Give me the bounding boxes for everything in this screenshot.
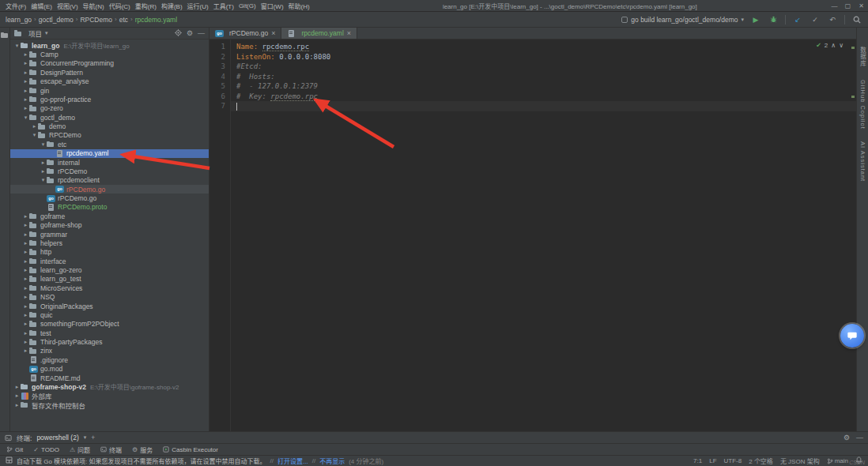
terminal-session-tab[interactable]: powershell (2) (36, 434, 78, 442)
editor-tab[interactable]: rPCDemo.go× (209, 28, 281, 39)
tree-collapsed-icon[interactable]: ▸ (31, 123, 38, 130)
menu-item[interactable]: 编辑(E) (28, 2, 55, 10)
tree-row[interactable]: ▾learn_goE:\开发中项目\learn_go (10, 41, 209, 50)
tool-stripe-label[interactable]: GitHub Copilot (859, 80, 866, 130)
tree-row[interactable]: ▾goctl_demo (10, 113, 209, 122)
tree-row[interactable]: ▸helpers (10, 239, 209, 247)
tree-collapsed-icon[interactable]: ▸ (22, 222, 29, 228)
tree-row[interactable]: ▸quic (10, 310, 209, 319)
menu-item[interactable]: 构建(B) (159, 2, 185, 10)
next-problem-icon[interactable]: ∨ (839, 42, 843, 49)
breadcrumb-item[interactable]: learn_go (6, 16, 32, 24)
chevron-down-icon[interactable]: ▾ (84, 434, 87, 441)
tree-collapsed-icon[interactable]: ▸ (22, 60, 29, 66)
tree-collapsed-icon[interactable]: ▸ (22, 321, 29, 327)
toolwindow-button[interactable]: ⚙服务 (132, 445, 153, 454)
close-icon[interactable]: × (347, 29, 351, 37)
tree-row[interactable]: ▸goframe-shop-v2E:\开发中项目\goframe-shop-v2 (10, 382, 209, 391)
tree-row[interactable]: ▸DesignPattern (10, 68, 209, 77)
tree-row[interactable]: rPCDemo.go (10, 194, 209, 202)
toolwindow-button[interactable]: ⚠问题 (70, 445, 90, 454)
tree-row[interactable]: ▸learn_go_test (10, 275, 209, 284)
git-branch-widget[interactable]: main (827, 457, 848, 464)
caret-position[interactable]: 7:1 (693, 457, 702, 464)
minimize-button[interactable]: — (828, 2, 841, 9)
menu-item[interactable]: 导航(N) (81, 2, 107, 10)
menu-item[interactable]: Git(G) (236, 2, 259, 9)
editor-tab[interactable]: rpcdemo.yaml× (281, 28, 357, 39)
indent-style[interactable]: 2 个空格 (749, 457, 773, 465)
menu-item[interactable]: 帮助(H) (286, 2, 312, 10)
open-settings-link[interactable]: 打开设置... (277, 457, 308, 465)
prev-problem-icon[interactable]: ∧ (831, 42, 836, 49)
breadcrumb-item[interactable]: etc (119, 16, 128, 24)
dismiss-link[interactable]: 不再显示 (319, 457, 345, 465)
tree-collapsed-icon[interactable]: ▸ (22, 258, 29, 265)
tree-collapsed-icon[interactable]: ▸ (22, 303, 29, 310)
breadcrumb-item[interactable]: goctl_demo (39, 16, 74, 24)
menu-item[interactable]: 文件(F) (3, 2, 28, 10)
error-stripe-mark[interactable] (851, 96, 855, 98)
terminal-settings-icon[interactable]: ⚙ (843, 434, 850, 442)
tree-collapsed-icon[interactable]: ▸ (22, 294, 29, 300)
debug-button[interactable] (768, 14, 779, 25)
tree-row[interactable]: ▸Camp (10, 50, 209, 58)
toolwindow-switcher-icon[interactable] (6, 457, 13, 465)
line-ending[interactable]: LF (709, 457, 716, 464)
editor-code[interactable]: Name: rpcdemo.rpcListenOn: 0.0.0.0:8080#… (231, 39, 856, 431)
close-icon[interactable]: × (271, 29, 275, 37)
tree-row[interactable]: RPCDemo.proto (10, 203, 209, 212)
tree-collapsed-icon[interactable]: ▸ (22, 88, 29, 94)
tree-collapsed-icon[interactable]: ▸ (22, 231, 29, 238)
close-button[interactable]: ✕ (855, 2, 868, 9)
menu-item[interactable]: 视图(V) (55, 2, 81, 10)
tree-row[interactable]: ▸interface (10, 257, 209, 265)
ai-chat-bubble[interactable] (840, 324, 864, 348)
tree-collapsed-icon[interactable]: ▸ (22, 70, 29, 76)
menu-item[interactable]: 代码(C) (107, 2, 133, 10)
tree-collapsed-icon[interactable]: ▸ (22, 96, 29, 103)
tree-collapsed-icon[interactable]: ▸ (40, 168, 47, 175)
tree-collapsed-icon[interactable]: ▸ (22, 267, 29, 273)
run-configuration-select[interactable]: go build learn_go/goctl_demo/demo ▾ (621, 16, 744, 24)
tree-row[interactable]: rpcdemo.yaml (10, 149, 209, 158)
tree-row[interactable]: ▸NSQ (10, 293, 209, 302)
tree-row[interactable]: ▸Third-partyPackages (10, 337, 209, 346)
tree-row[interactable]: ▾rpcdemoclient (10, 176, 209, 185)
tree-row[interactable]: ▾etc (10, 140, 209, 148)
tree-collapsed-icon[interactable]: ▸ (22, 285, 29, 291)
tree-row[interactable]: ▸learn_go-zero (10, 265, 209, 274)
tree-row[interactable]: ▸goframe (10, 212, 209, 220)
tree-row[interactable]: ▸外部库 (10, 392, 209, 400)
tree-row[interactable]: go.mod (10, 365, 209, 374)
breadcrumb-item[interactable]: RPCDemo (80, 16, 112, 24)
tree-collapsed-icon[interactable]: ▸ (13, 384, 21, 390)
tree-row[interactable]: ▸gin (10, 86, 209, 95)
tree-row[interactable]: ▸OriginalPackages (10, 302, 209, 310)
json-schema-widget[interactable]: 无 JSON 架构 (780, 457, 820, 465)
menu-item[interactable]: 窗口(W) (259, 2, 286, 10)
tree-row[interactable]: ▸escape_analyse (10, 77, 209, 86)
tree-collapsed-icon[interactable]: ▸ (22, 78, 29, 85)
commit-button[interactable]: ✓ (810, 14, 821, 25)
tree-row[interactable]: ▸demo (10, 122, 209, 130)
hide-terminal-button[interactable]: — (856, 434, 863, 442)
tree-collapsed-icon[interactable]: ▸ (22, 51, 29, 58)
menu-item[interactable]: 工具(T) (211, 2, 236, 10)
menu-item[interactable]: 重构(R) (133, 2, 159, 10)
tree-collapsed-icon[interactable]: ▸ (22, 330, 29, 336)
tree-row[interactable]: ▸go-zero (10, 104, 209, 113)
tree-row[interactable]: ▸grammar (10, 230, 209, 239)
tree-row[interactable]: ▸goframe-shop (10, 221, 209, 230)
project-stripe-icon[interactable] (1, 32, 9, 39)
tree-collapsed-icon[interactable]: ▸ (13, 402, 21, 408)
tree-expanded-icon[interactable]: ▾ (40, 141, 47, 148)
tree-collapsed-icon[interactable]: ▸ (22, 105, 29, 111)
tree-collapsed-icon[interactable]: ▸ (22, 249, 29, 255)
rollback-button[interactable]: ↶ (827, 14, 838, 25)
editor[interactable]: 1234567 Name: rpcdemo.rpcListenOn: 0.0.0… (209, 39, 856, 431)
tool-stripe-label[interactable]: 数据库 (859, 47, 867, 67)
project-panel-title[interactable]: 项目 (28, 28, 42, 38)
tree-collapsed-icon[interactable]: ▸ (40, 160, 47, 166)
tree-row[interactable]: ▸http (10, 248, 209, 257)
